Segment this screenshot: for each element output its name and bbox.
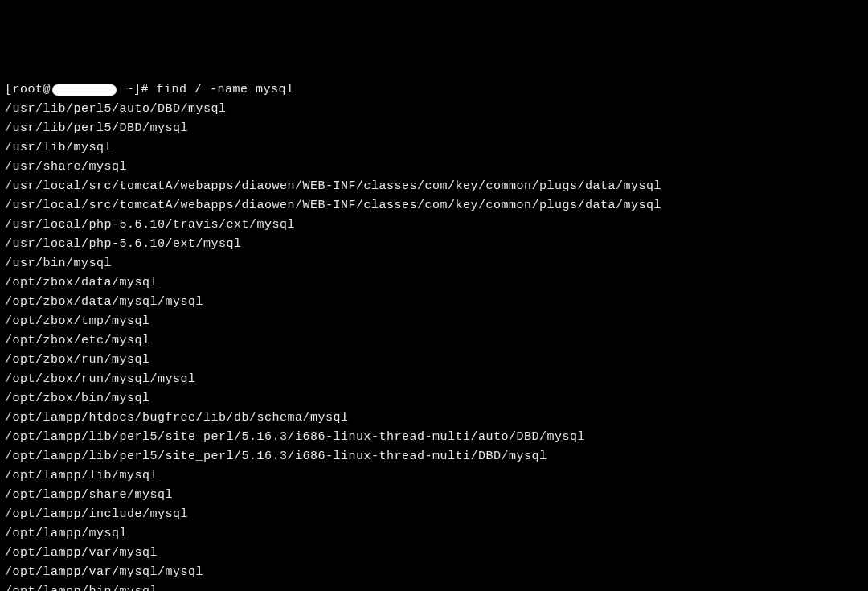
output-line: /usr/lib/perl5/DBD/mysql <box>5 119 863 138</box>
output-line: /opt/zbox/tmp/mysql <box>5 312 863 331</box>
output-line: /usr/share/mysql <box>5 158 863 177</box>
output-line: /usr/local/src/tomcatA/webapps/diaowen/W… <box>5 177 863 196</box>
output-line: /usr/local/php-5.6.10/ext/mysql <box>5 235 863 254</box>
output-line: /usr/lib/perl5/auto/DBD/mysql <box>5 100 863 119</box>
output-line: /opt/lampp/var/mysql <box>5 544 863 563</box>
output-line: /usr/local/php-5.6.10/travis/ext/mysql <box>5 215 863 235</box>
output-line: /opt/lampp/bin/mysql <box>5 582 863 591</box>
output-line: /opt/zbox/run/mysql/mysql <box>5 370 863 389</box>
output-line: /opt/lampp/lib/mysql <box>5 466 863 486</box>
output-line: /opt/lampp/var/mysql/mysql <box>5 563 863 582</box>
output-line: /opt/zbox/data/mysql/mysql <box>5 293 863 312</box>
prompt-suffix: ~]# <box>118 80 157 100</box>
output-line: /opt/zbox/bin/mysql <box>5 389 863 408</box>
output-container: /usr/lib/perl5/auto/DBD/mysql/usr/lib/pe… <box>5 100 863 591</box>
output-line: /usr/lib/mysql <box>5 138 863 158</box>
output-line: /opt/zbox/data/mysql <box>5 273 863 293</box>
hostname-redacted <box>52 84 117 96</box>
command-text: find / -name mysql <box>157 80 294 100</box>
output-line: /usr/local/src/tomcatA/webapps/diaowen/W… <box>5 196 863 215</box>
output-line: /opt/lampp/mysql <box>5 524 863 544</box>
output-line: /usr/bin/mysql <box>5 254 863 273</box>
prompt-prefix: [root@ <box>5 80 51 100</box>
output-line: /opt/lampp/htdocs/bugfree/lib/db/schema/… <box>5 408 863 428</box>
terminal-output[interactable]: [root@ ~]# find / -name mysql/usr/lib/pe… <box>5 80 863 591</box>
output-line: /opt/lampp/lib/perl5/site_perl/5.16.3/i6… <box>5 428 863 447</box>
output-line: /opt/zbox/etc/mysql <box>5 331 863 351</box>
output-line: /opt/lampp/include/mysql <box>5 505 863 524</box>
command-prompt-line: [root@ ~]# find / -name mysql <box>5 80 863 100</box>
output-line: /opt/zbox/run/mysql <box>5 351 863 370</box>
output-line: /opt/lampp/share/mysql <box>5 486 863 505</box>
output-line: /opt/lampp/lib/perl5/site_perl/5.16.3/i6… <box>5 447 863 466</box>
